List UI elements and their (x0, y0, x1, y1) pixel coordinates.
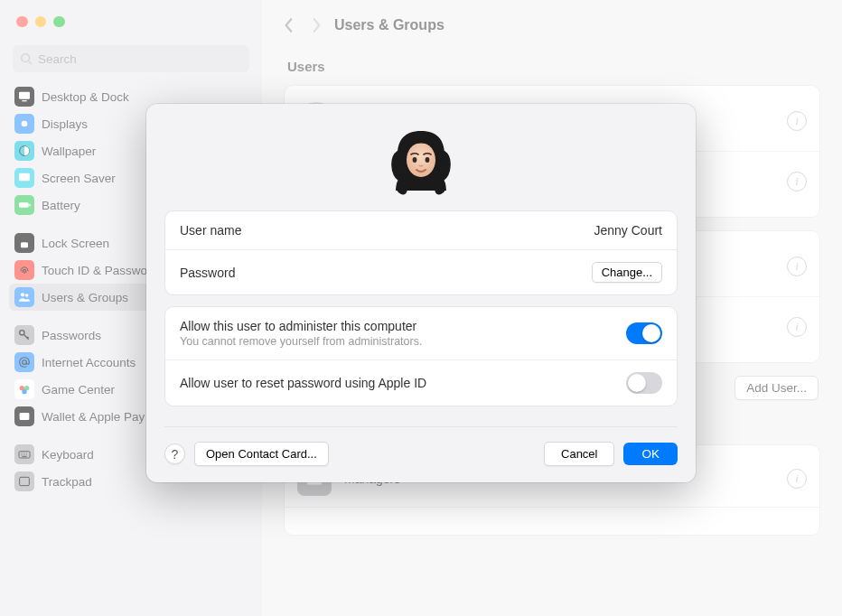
admin-toggle[interactable] (626, 322, 662, 344)
svg-point-25 (413, 157, 417, 163)
admin-label: Allow this user to administer this compu… (180, 319, 626, 333)
help-button[interactable]: ? (164, 443, 185, 464)
apple-id-row: Allow user to reset password using Apple… (165, 359, 677, 406)
username-value: Jenny Court (594, 223, 662, 238)
dialog-card-1: User name Jenny Court Password Change... (164, 210, 678, 295)
ok-button[interactable]: OK (623, 443, 678, 465)
username-label: User name (180, 223, 594, 238)
svg-point-26 (426, 157, 430, 163)
password-row: Password Change... (165, 249, 677, 294)
cancel-button[interactable]: Cancel (544, 442, 614, 466)
open-contact-card-button[interactable]: Open Contact Card... (194, 442, 329, 466)
dialog-footer: ? Open Contact Card... Cancel OK (164, 426, 678, 466)
change-password-button[interactable]: Change... (592, 262, 662, 283)
apple-id-toggle[interactable] (626, 372, 662, 394)
admin-row: Allow this user to administer this compu… (165, 307, 677, 359)
user-avatar[interactable] (385, 124, 457, 196)
apple-id-label: Allow user to reset password using Apple… (180, 376, 626, 390)
username-row: User name Jenny Court (165, 211, 677, 249)
user-edit-dialog: User name Jenny Court Password Change...… (146, 104, 696, 482)
password-label: Password (180, 266, 592, 280)
dialog-card-2: Allow this user to administer this compu… (164, 306, 678, 406)
admin-sublabel: You cannot remove yourself from administ… (180, 335, 626, 348)
